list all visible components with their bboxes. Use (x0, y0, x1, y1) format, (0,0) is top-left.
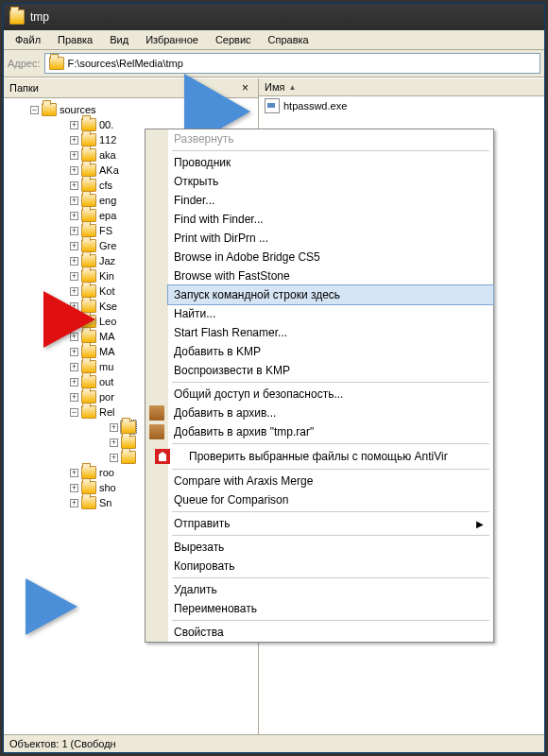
menu-item-label: Удалить (174, 583, 217, 596)
expander-icon[interactable]: + (110, 454, 118, 462)
menu-item[interactable]: Добавить в архив "tmp.rar" (168, 422, 493, 441)
menu-item-label: Свойства (174, 626, 224, 639)
menu-item[interactable]: Переименовать (168, 599, 493, 618)
menu-item[interactable]: Compare with Araxis Merge (168, 472, 493, 490)
expander-icon[interactable]: + (110, 423, 118, 432)
menu-item[interactable]: Queue for Comparison (168, 490, 493, 509)
expander-icon[interactable]: + (70, 348, 78, 356)
address-bar: Адрес: F:\sources\RelMedia\tmp (4, 50, 544, 77)
tree-label: FS (99, 225, 112, 236)
folder-icon (42, 103, 57, 116)
tree-label: out (99, 376, 113, 387)
menu-item-label: Воспроизвести в KMP (174, 364, 290, 377)
tree-label: AKa (99, 164, 119, 176)
menu-item-label: Compare with Araxis Merge (174, 474, 313, 488)
context-menu[interactable]: РазвернутьПроводникОткрытьFinder...Find … (145, 129, 494, 643)
expander-icon[interactable]: − (30, 106, 39, 114)
expander-icon[interactable]: + (70, 181, 78, 190)
menu-item-label: Start Flash Renamer... (174, 326, 287, 339)
expander-icon[interactable]: + (70, 257, 78, 266)
folder-icon (81, 496, 96, 509)
menu-separator (172, 535, 489, 536)
menu-item[interactable]: Открыть (168, 172, 493, 191)
menu-item-label: Добавить в архив... (174, 406, 276, 420)
menu-help[interactable]: Справка (261, 32, 317, 47)
menu-item[interactable]: Проводник (168, 153, 493, 172)
folder-icon (81, 254, 96, 267)
expander-icon[interactable]: + (70, 166, 78, 175)
expander-icon[interactable]: + (70, 272, 78, 281)
menu-item[interactable]: Найти... (168, 304, 493, 323)
menu-item-label: Browse with FastStone (174, 269, 290, 283)
folder-icon (81, 148, 96, 162)
expander-icon[interactable]: + (70, 197, 78, 205)
menu-item[interactable]: Вырезать (168, 538, 493, 557)
menu-item[interactable]: Finder... (168, 191, 493, 210)
column-name[interactable]: Имя (265, 81, 284, 93)
expander-icon[interactable]: + (70, 499, 78, 507)
expander-icon[interactable]: + (70, 393, 78, 402)
menu-view[interactable]: Вид (102, 32, 136, 47)
expander-icon[interactable]: + (70, 242, 78, 250)
folder-icon (121, 436, 136, 449)
menu-item[interactable]: Копировать (168, 557, 493, 576)
folders-title: Папки (9, 82, 39, 94)
expander-icon[interactable]: + (70, 484, 78, 492)
folder-icon (81, 224, 96, 237)
tree-label: mu (99, 361, 113, 372)
folder-icon (81, 375, 96, 388)
menu-item-label: Копировать (174, 559, 235, 573)
menu-item-label: Переименовать (174, 602, 257, 615)
menu-item[interactable]: Воспроизвести в KMP (168, 361, 493, 380)
menu-item[interactable]: Browse in Adobe Bridge CS5 (168, 248, 493, 266)
expander-icon[interactable]: + (70, 227, 78, 235)
sort-arrow-icon: ▲ (288, 83, 296, 92)
menu-favorites[interactable]: Избранное (138, 32, 206, 47)
tree-label: roo (99, 467, 114, 478)
menu-item[interactable]: Удалить (168, 580, 493, 599)
tree-label: Gre (99, 240, 116, 251)
menu-item-label: Find with Finder... (174, 213, 264, 226)
expander-icon[interactable]: + (70, 363, 78, 371)
menu-item[interactable]: Start Flash Renamer... (168, 323, 493, 342)
menu-item-label: Найти... (174, 307, 215, 320)
status-text: Объектов: 1 (Свободн (9, 738, 116, 749)
expander-icon[interactable]: + (70, 378, 78, 387)
titlebar[interactable]: tmp (4, 4, 544, 30)
menu-item[interactable]: Print with DirPrn ... (168, 229, 493, 248)
menu-item[interactable]: Добавить в архив... (168, 404, 493, 422)
menu-item[interactable]: Проверить выбранные файлы с помощью Anti… (168, 446, 493, 467)
menu-item[interactable]: Добавить в KMP (168, 342, 493, 361)
menu-tools[interactable]: Сервис (208, 32, 259, 47)
menu-item-label: Открыть (174, 175, 218, 188)
expander-icon[interactable]: + (70, 151, 78, 160)
folder-icon (9, 9, 25, 25)
expander-icon[interactable]: + (70, 121, 78, 129)
menu-item[interactable]: Общий доступ и безопасность... (168, 385, 493, 404)
menu-item[interactable]: Browse with FastStone (168, 266, 493, 285)
address-input[interactable]: F:\sources\RelMedia\tmp (44, 53, 540, 74)
menu-item[interactable]: Отправить▶ (168, 514, 493, 533)
expander-icon[interactable]: − (70, 408, 78, 417)
menu-item[interactable]: Find with Finder... (168, 210, 493, 229)
folder-icon (81, 133, 96, 146)
menu-item[interactable]: Запуск командной строки здесь (168, 285, 493, 304)
menu-item-label: Queue for Comparison (174, 493, 288, 507)
column-header-row[interactable]: Имя ▲ (259, 78, 544, 96)
expander-icon[interactable]: + (70, 136, 78, 145)
expander-icon[interactable]: + (70, 469, 78, 477)
menu-item-label: Browse in Adobe Bridge CS5 (174, 250, 320, 264)
file-row[interactable]: htpasswd.exe (259, 96, 544, 115)
expander-icon[interactable]: + (70, 212, 78, 220)
menu-file[interactable]: Файл (8, 32, 48, 47)
menu-item-label: Запуск командной строки здесь (174, 288, 340, 301)
tree-label: Jaz (99, 255, 115, 266)
tree-label: aka (99, 149, 116, 161)
menu-edit[interactable]: Правка (50, 32, 100, 47)
expander-icon[interactable]: + (110, 438, 118, 447)
menu-separator (172, 150, 489, 151)
tree-label: cfs (99, 180, 112, 191)
folder-icon (121, 421, 136, 434)
annotation-arrow-blue-bottom (26, 578, 77, 635)
menu-item[interactable]: Свойства (168, 623, 493, 642)
